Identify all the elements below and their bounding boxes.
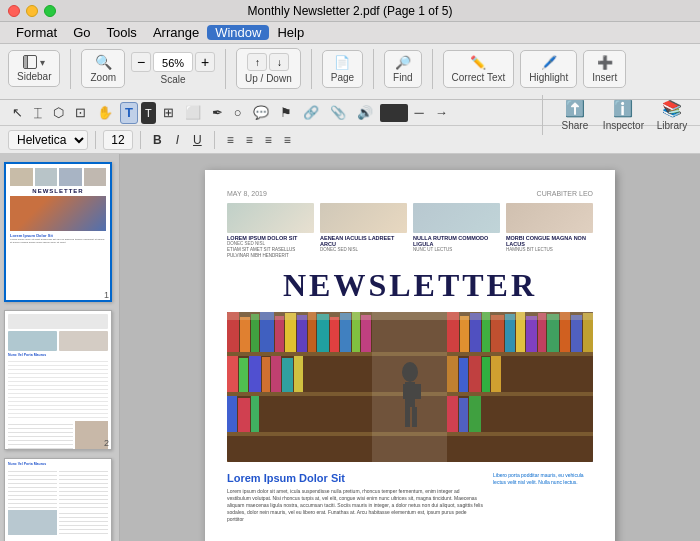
- link-tool[interactable]: 🔗: [299, 102, 323, 124]
- article-1-img: [227, 203, 314, 233]
- font-family-select[interactable]: Helvetica: [8, 130, 88, 150]
- close-button[interactable]: [8, 5, 20, 17]
- toolbar-sep-5: [432, 49, 433, 89]
- zoom-out-button[interactable]: −: [131, 52, 151, 72]
- inspector-icon: ℹ️: [613, 99, 633, 118]
- newsletter-date-right: CURABITER LEO: [537, 190, 593, 197]
- toolbar-sep-1: [70, 49, 71, 89]
- text-box-tool[interactable]: ⬜: [181, 102, 205, 124]
- sidebar-label: Sidebar: [17, 71, 51, 82]
- redact-tool[interactable]: T: [141, 102, 156, 124]
- scale-label: Scale: [161, 74, 186, 85]
- pan-tool[interactable]: ✋: [93, 102, 117, 124]
- menu-arrange[interactable]: Arrange: [145, 25, 207, 40]
- svg-rect-50: [482, 357, 490, 392]
- page-label: Page: [331, 72, 354, 83]
- fullscreen-button[interactable]: [44, 5, 56, 17]
- menu-help[interactable]: Help: [269, 25, 312, 40]
- svg-rect-18: [460, 316, 469, 352]
- thumb-2-num: 2: [104, 438, 109, 448]
- lasso-tool[interactable]: ⬡: [49, 102, 68, 124]
- mini-page-3-content: Nunc Vel Porta Maurus: [5, 459, 111, 538]
- newsletter-main-title: NEWSLETTER: [227, 267, 593, 304]
- svg-rect-24: [526, 316, 537, 352]
- table-tool[interactable]: ⊞: [159, 102, 178, 124]
- thumb-page-1[interactable]: NEWSLETTER Lorem Ipsum Dolor Sit Lorem i…: [4, 162, 112, 302]
- newsletter-body: Lorem Ipsum Dolor Sit Lorem ipsum dolor …: [227, 472, 483, 523]
- newsletter-bottom: Lorem Ipsum Dolor Sit Lorem ipsum dolor …: [227, 472, 593, 523]
- find-button[interactable]: 🔎 Find: [384, 50, 421, 88]
- library-icon: 📚: [662, 99, 682, 118]
- pdf-view-area[interactable]: MAY 8, 2019 CURABITER LEO LOREM IPSUM DO…: [120, 154, 700, 541]
- traffic-lights[interactable]: [8, 5, 56, 17]
- thumbnail-2[interactable]: Nunc Vel Porta Maurus 2: [4, 310, 115, 450]
- attach-tool[interactable]: 📎: [326, 102, 350, 124]
- thumb2-title: Nunc Vel Porta Maurus: [8, 353, 108, 357]
- fill-tool[interactable]: [380, 104, 408, 122]
- article-1: LOREM IPSUM DOLOR SIT DONEC SED NISL ETI…: [227, 203, 314, 259]
- highlight-button[interactable]: 🖊️ Highlight: [520, 50, 577, 88]
- thumb-page-3[interactable]: Nunc Vel Porta Maurus: [4, 458, 112, 541]
- align-center-button[interactable]: ≡: [241, 131, 258, 149]
- align-left-button[interactable]: ≡: [222, 131, 239, 149]
- arrow-tool[interactable]: →: [431, 102, 452, 124]
- sidebar-button[interactable]: ▾ Sidebar: [8, 50, 60, 87]
- newsletter-articles: LOREM IPSUM DOLOR SIT DONEC SED NISL ETI…: [227, 203, 593, 259]
- article-3-img: [413, 203, 500, 233]
- align-right-button[interactable]: ≡: [260, 131, 277, 149]
- library-label: Library: [657, 120, 688, 131]
- window-title: Monthly Newsletter 2.pdf (Page 1 of 5): [248, 4, 453, 18]
- stamp-tool[interactable]: ⚑: [276, 102, 296, 124]
- underline-button[interactable]: U: [188, 131, 207, 149]
- toolbar: ▾ Sidebar 🔍 Zoom − 56% + Scale ↑ ↓ Up / …: [0, 44, 700, 100]
- italic-button[interactable]: I: [171, 131, 184, 149]
- article-2-title: AENEAN IACULIS LADREET ARCU: [320, 235, 407, 247]
- newsletter-sidebar-text: Libero porta podditar mauris, eu vehicul…: [493, 472, 593, 523]
- menu-window[interactable]: Window: [207, 25, 269, 40]
- crop-tool[interactable]: ⊡: [71, 102, 90, 124]
- font-size-input[interactable]: [103, 130, 133, 150]
- updown-button[interactable]: ↑ ↓ Up / Down: [236, 48, 301, 89]
- article-4-title: MORBI CONGUE MAGNA NON LACUS: [506, 235, 593, 247]
- shape-tool[interactable]: ○: [230, 102, 246, 124]
- newsletter-date-line: MAY 8, 2019 CURABITER LEO: [227, 190, 593, 197]
- svg-rect-55: [227, 312, 593, 320]
- svg-rect-16: [361, 315, 371, 352]
- title-bar: Monthly Newsletter 2.pdf (Page 1 of 5): [0, 0, 700, 22]
- insert-button[interactable]: ➕ Insert: [583, 50, 626, 88]
- page-button[interactable]: 📄 Page: [322, 50, 363, 88]
- scale-group[interactable]: − 56% +: [131, 52, 215, 72]
- mini-main-image: [10, 196, 106, 231]
- thumb3-title: Nunc Vel Porta Maurus: [8, 462, 108, 466]
- minimize-button[interactable]: [26, 5, 38, 17]
- share-button[interactable]: ⬆️ Share: [555, 99, 595, 131]
- newsletter-date-left: MAY 8, 2019: [227, 190, 267, 197]
- svg-rect-8: [275, 316, 284, 352]
- correct-text-button[interactable]: ✏️ Correct Text: [443, 50, 515, 88]
- thumbnail-1[interactable]: NEWSLETTER Lorem Ipsum Dolor Sit Lorem i…: [4, 162, 115, 302]
- thumb-page-2[interactable]: Nunc Vel Porta Maurus: [4, 310, 112, 450]
- inspector-button[interactable]: ℹ️ Inspector: [603, 99, 644, 131]
- thumbnail-3[interactable]: Nunc Vel Porta Maurus 3: [4, 458, 115, 541]
- align-justify-button[interactable]: ≡: [279, 131, 296, 149]
- bold-button[interactable]: B: [148, 131, 167, 149]
- select-tool[interactable]: ↖: [8, 102, 27, 124]
- toolbar-sep-3: [311, 49, 312, 89]
- menu-go[interactable]: Go: [65, 25, 98, 40]
- menu-tools[interactable]: Tools: [99, 25, 145, 40]
- svg-rect-46: [372, 312, 447, 462]
- updown-label: Up / Down: [245, 73, 292, 84]
- audio-tool[interactable]: 🔊: [353, 102, 377, 124]
- newsletter-main-image: [227, 312, 593, 462]
- line-tool[interactable]: ─: [411, 102, 428, 124]
- zoom-in-button[interactable]: +: [195, 52, 215, 72]
- article-4-img: [506, 203, 593, 233]
- library-button[interactable]: 📚 Library: [652, 99, 692, 131]
- zoom-button[interactable]: 🔍 Zoom: [81, 49, 125, 88]
- svg-rect-5: [240, 317, 250, 352]
- draw-tool[interactable]: ✒: [208, 102, 227, 124]
- menu-format[interactable]: Format: [8, 25, 65, 40]
- note-tool[interactable]: 💬: [249, 102, 273, 124]
- annotation-tool[interactable]: T: [120, 102, 138, 124]
- text-select-tool[interactable]: ⌶: [30, 102, 46, 124]
